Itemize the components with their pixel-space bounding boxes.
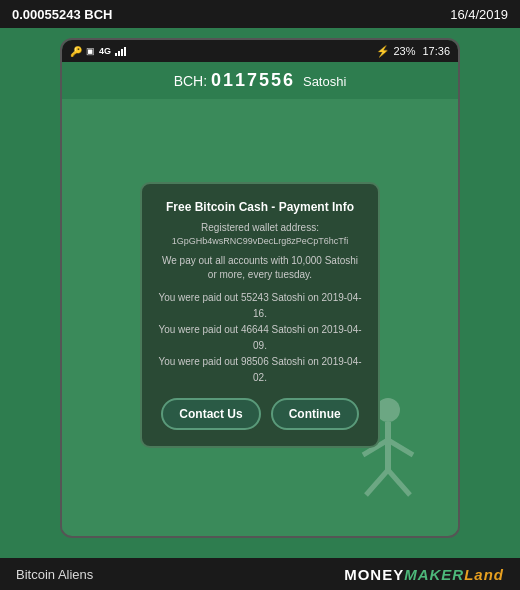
payment-info-modal: Free Bitcoin Cash - Payment Info Registe… xyxy=(140,182,380,448)
footer-bar: Bitcoin Aliens MONEYMAKERLand xyxy=(0,558,520,590)
land-text: Land xyxy=(464,566,504,583)
bch-label: BCH: xyxy=(174,73,207,89)
payment-3: You were paid out 98506 Satoshi on 2019-… xyxy=(158,354,362,386)
continue-button[interactable]: Continue xyxy=(271,398,359,430)
modal-address: 1GpGHb4wsRNC99vDecLrg8zPeCpT6hcTfi xyxy=(158,236,362,246)
date-display: 16/4/2019 xyxy=(450,7,508,22)
svg-line-4 xyxy=(366,470,388,495)
status-bar: 🔑 ▣ 4G ⚡ 23% 17:36 xyxy=(62,40,458,62)
sim-icon: ▣ xyxy=(86,46,95,56)
modal-address-label: Registered wallet address: xyxy=(158,222,362,233)
status-bar-left: 🔑 ▣ 4G xyxy=(70,46,126,57)
bitcoin-aliens-label: Bitcoin Aliens xyxy=(16,567,93,582)
bch-unit: Satoshi xyxy=(303,74,346,89)
battery-percent: 23% xyxy=(393,45,415,57)
signal-icon xyxy=(115,46,126,56)
time-display: 17:36 xyxy=(422,45,450,57)
modal-title: Free Bitcoin Cash - Payment Info xyxy=(158,200,362,214)
modal-payments: You were paid out 55243 Satoshi on 2019-… xyxy=(158,290,362,386)
bch-value: 0117556 xyxy=(211,70,295,90)
maker-text: MAKER xyxy=(404,566,464,583)
4g-label: 4G xyxy=(99,46,111,56)
money-maker-land-logo: MONEYMAKERLand xyxy=(344,566,504,583)
modal-payout-info: We pay out all accounts with 10,000 Sato… xyxy=(158,254,362,282)
svg-line-5 xyxy=(388,470,410,495)
svg-line-3 xyxy=(388,440,413,455)
bch-balance: 0.00055243 BCH xyxy=(12,7,112,22)
contact-us-button[interactable]: Contact Us xyxy=(161,398,260,430)
phone-frame: 🔑 ▣ 4G ⚡ 23% 17:36 BCH: 0117556 Satoshi xyxy=(60,38,460,538)
top-bar: 0.00055243 BCH 16/4/2019 xyxy=(0,0,520,28)
lock-icon: 🔑 xyxy=(70,46,82,57)
status-bar-right: ⚡ 23% 17:36 xyxy=(376,45,450,58)
money-text: MONEY xyxy=(344,566,404,583)
battery-icon: ⚡ xyxy=(376,45,390,58)
phone-content: Free Bitcoin Cash - Payment Info Registe… xyxy=(62,99,458,530)
bch-display: BCH: 0117556 Satoshi xyxy=(62,62,458,99)
payment-2: You were paid out 46644 Satoshi on 2019-… xyxy=(158,322,362,354)
payment-1: You were paid out 55243 Satoshi on 2019-… xyxy=(158,290,362,322)
modal-buttons: Contact Us Continue xyxy=(158,398,362,430)
